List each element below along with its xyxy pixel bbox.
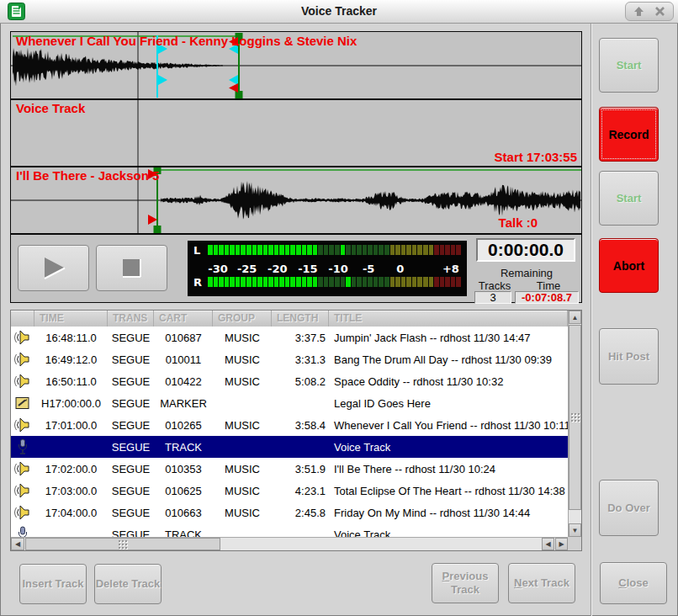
scroll-right-button[interactable]: ▶ xyxy=(555,538,568,550)
delete-track-button[interactable]: Delete Track xyxy=(94,564,162,604)
log-row[interactable]: 17:01:00.0SEGUE010265MUSIC3:58.4Whenever… xyxy=(11,414,568,436)
cell-trans: SEGUE xyxy=(108,353,154,366)
abort-button[interactable]: Abort xyxy=(599,238,659,293)
column-header-cart[interactable]: CART xyxy=(154,311,213,327)
meter-segment xyxy=(357,277,362,287)
meter-segment xyxy=(241,245,246,255)
stop-button[interactable] xyxy=(96,245,167,291)
meter-segment xyxy=(390,245,395,255)
column-header-length[interactable]: LENGTH xyxy=(272,311,329,327)
previous-track-button[interactable]: Previous Track xyxy=(432,563,499,603)
close-icon xyxy=(654,6,665,17)
meter-segment xyxy=(417,245,422,255)
meter-right-row xyxy=(208,277,461,287)
cell-cart: 010422 xyxy=(154,375,213,388)
speaker-cell xyxy=(11,483,34,498)
meter-segment xyxy=(440,245,445,255)
meter-segment xyxy=(445,245,450,255)
log-row[interactable]: 16:50:11.0SEGUE010422MUSIC5:08.2Space Od… xyxy=(11,370,568,392)
scroll-left-button[interactable]: ◀ xyxy=(11,538,24,550)
vertical-scrollbar[interactable]: ▲ ▼ xyxy=(568,311,581,537)
column-header-trans[interactable]: TRANS xyxy=(108,311,154,327)
track2-start-time-label: Start 17:03:55 xyxy=(495,150,577,164)
shade-window-button[interactable] xyxy=(633,6,644,17)
window-controls xyxy=(625,2,674,21)
column-header-time[interactable]: TIME xyxy=(34,311,108,327)
horizontal-scrollbar[interactable]: ◀ ◀ ▶ xyxy=(11,537,568,550)
play-icon xyxy=(40,256,68,281)
next-track-button[interactable]: Next Track xyxy=(508,563,575,603)
cell-title: Total Eclipse Of The Heart -- rdhost 11/… xyxy=(329,485,568,497)
insert-track-button[interactable]: Insert Track xyxy=(19,564,87,604)
track1-end-handle-bottom[interactable] xyxy=(236,91,243,98)
close-button[interactable]: Close xyxy=(600,562,667,604)
hit-post-button[interactable]: Hit Post xyxy=(599,328,659,385)
cell-trans: SEGUE xyxy=(108,528,154,538)
vertical-scroll-thumb[interactable] xyxy=(569,325,581,510)
meter-segment xyxy=(219,245,224,255)
track1-fade-handle-bottom[interactable] xyxy=(158,75,167,85)
do-over-button[interactable]: Do Over xyxy=(599,480,659,536)
log-row[interactable]: SEGUETRACKVoice Track xyxy=(11,436,568,458)
cell-title: Bang The Drum All Day -- rdhost 11/30 09… xyxy=(329,353,568,366)
waveform-area[interactable] xyxy=(11,32,581,234)
cell-length: 4:23.1 xyxy=(272,485,329,497)
cell-trans: SEGUE xyxy=(108,463,154,475)
marker-cell xyxy=(11,396,34,411)
meter-scale-label: 0 xyxy=(396,263,404,275)
log-row[interactable]: 16:48:11.0SEGUE010687MUSIC3:37.5Jumpin' … xyxy=(11,327,568,348)
scroll-down-button[interactable]: ▼ xyxy=(569,523,581,537)
meter-segment xyxy=(423,277,428,287)
record-button[interactable]: Record xyxy=(599,107,659,162)
cell-title: Jumpin' Jack Flash -- rdhost 11/30 14:47 xyxy=(329,332,568,344)
meter-segment xyxy=(252,277,257,287)
scroll-up-button[interactable]: ▲ xyxy=(569,311,581,324)
cell-title: Legal ID Goes Here xyxy=(329,397,568,410)
speaker-icon xyxy=(14,505,31,520)
meter-segment xyxy=(279,277,284,287)
cell-cart: MARKER xyxy=(154,397,213,410)
log-row[interactable]: H17:00:00.0SEGUEMARKERLegal ID Goes Here xyxy=(11,392,568,414)
meter-segment xyxy=(329,245,334,255)
remaining-tracks-value: 3 xyxy=(474,291,511,304)
speaker-cell xyxy=(11,374,34,389)
elapsed-time-display: 0:00:00.0 xyxy=(476,238,575,262)
play-button[interactable] xyxy=(18,245,89,291)
scroll-left-button-2[interactable]: ◀ xyxy=(542,538,554,550)
meter-segment xyxy=(417,277,422,287)
close-window-button[interactable] xyxy=(654,6,665,17)
meter-segment xyxy=(429,245,434,255)
column-header-icon[interactable] xyxy=(11,311,34,327)
column-header-title[interactable]: TITLE xyxy=(329,311,568,327)
meter-scale-label: -5 xyxy=(363,263,374,275)
cell-group: MUSIC xyxy=(213,485,272,497)
marker-note-icon xyxy=(15,396,30,411)
track3-start-handle-bottom[interactable] xyxy=(154,226,162,233)
meter-segment xyxy=(379,245,384,255)
meter-segment xyxy=(395,277,400,287)
meter-segment xyxy=(341,245,346,255)
log-row[interactable]: 17:02:00.0SEGUE010353MUSIC3:51.9I'll Be … xyxy=(11,458,568,480)
meter-segment xyxy=(451,277,456,287)
meter-segment xyxy=(445,277,450,287)
start-track3-button[interactable]: Start xyxy=(599,171,659,226)
track3-start-marker-bottom[interactable] xyxy=(148,215,157,225)
meter-right-label: R xyxy=(193,276,202,289)
track1-end-marker-bottom[interactable] xyxy=(229,83,238,93)
horizontal-scroll-thumb[interactable] xyxy=(25,538,220,550)
meter-segment xyxy=(296,277,301,287)
meter-segment xyxy=(230,245,235,255)
speaker-cell xyxy=(11,352,34,367)
log-row[interactable]: 17:04:00.0SEGUE010663MUSIC2:45.8Friday O… xyxy=(11,502,568,523)
cell-trans: SEGUE xyxy=(108,441,154,454)
log-row[interactable]: 16:49:12.0SEGUE010011MUSIC3:31.3Bang The… xyxy=(11,348,568,370)
track1-segue-handle-bottom[interactable] xyxy=(229,75,238,85)
log-row[interactable]: SEGUETRACKVoice Track xyxy=(11,523,568,537)
meter-segment xyxy=(456,277,461,287)
column-header-group[interactable]: GROUP xyxy=(213,311,272,327)
meter-segment xyxy=(285,277,290,287)
meter-scale: -30-25-20-15-10-50+8 xyxy=(208,263,461,275)
start-track1-button[interactable]: Start xyxy=(599,38,659,93)
meter-segment xyxy=(307,245,312,255)
log-row[interactable]: 17:03:00.0SEGUE010625MUSIC4:23.1Total Ec… xyxy=(11,480,568,502)
